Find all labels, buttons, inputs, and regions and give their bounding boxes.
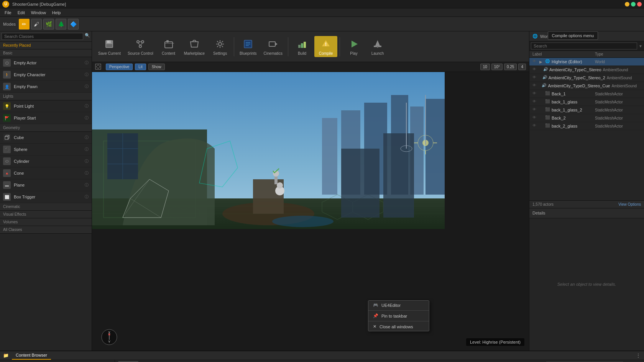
marketplace-button[interactable]: Marketplace (181, 36, 208, 57)
blueprints-button[interactable]: Blueprints (237, 36, 260, 57)
toolbar-separator-2 (288, 37, 288, 56)
lit-button[interactable]: Lit (135, 64, 146, 70)
outliner-item-back1glass[interactable]: 👁 ⬛ back_1_glass StaticMeshActor (529, 98, 644, 106)
outliner-item-ambientcity-c[interactable]: 👁 🔊 AmbientCity_TypeC_Stereo AmbientSoun… (529, 66, 644, 74)
toolbar-separator-3 (340, 37, 340, 56)
show-button[interactable]: Show (148, 64, 165, 70)
place-item-cone[interactable]: 🔺 Cone ⓘ (0, 167, 92, 179)
category-volumes[interactable]: Volumes (0, 218, 92, 226)
content-button[interactable]: Content (157, 36, 180, 57)
menu-window[interactable]: Window (28, 10, 49, 16)
menu-help[interactable]: Help (49, 10, 64, 16)
visibility-icon[interactable]: 👁 (532, 83, 536, 88)
info-button[interactable]: ⓘ (85, 60, 89, 66)
visibility-icon[interactable]: 👁 (532, 59, 538, 64)
place-item-empty-actor[interactable]: ⬡ Empty Actor ⓘ (0, 57, 92, 69)
outliner-search-input[interactable] (531, 43, 637, 49)
mesh-icon: ⬛ (545, 123, 550, 129)
compile-icon: ! (319, 38, 332, 51)
item-type: StaticMeshActor (595, 100, 641, 104)
search-classes-input[interactable] (2, 33, 83, 40)
category-all-classes[interactable]: All Classes (0, 226, 92, 234)
category-visual-effects[interactable]: Visual Effects (0, 211, 92, 218)
save-current-button[interactable]: Save Current (95, 36, 124, 57)
view-options-button[interactable]: View Options (618, 202, 641, 206)
menu-edit[interactable]: Edit (15, 10, 28, 16)
outliner-item-highrise[interactable]: 👁 ▶ 🌐 Highrise (Editor) World (529, 58, 644, 66)
menu-file[interactable]: File (2, 10, 15, 16)
svg-line-12 (138, 43, 140, 45)
play-button[interactable]: Play (342, 36, 365, 57)
mode-paint[interactable]: 🖌 (31, 19, 42, 29)
svg-rect-41 (426, 99, 445, 195)
outliner-item-ambientcity-c2[interactable]: 👁 🔊 AmbientCity_TypeC_Stereo_2 AmbientSo… (529, 74, 644, 82)
cinematics-button[interactable]: Cinematics (261, 36, 286, 57)
visibility-icon[interactable]: 👁 (532, 91, 538, 97)
category-recently-placed[interactable]: Recently Placed (0, 42, 92, 49)
info-button[interactable]: ⓘ (85, 194, 89, 200)
visibility-icon[interactable]: 👁 (532, 107, 538, 113)
visibility-icon[interactable]: 👁 (532, 67, 537, 72)
context-pin-taskbar[interactable]: 📌 Pin to taskbar (368, 311, 429, 320)
place-item-empty-character[interactable]: 🚶 Empty Character ⓘ (0, 69, 92, 81)
svg-rect-26 (304, 42, 306, 48)
info-button[interactable]: ⓘ (85, 170, 89, 176)
settings-button[interactable]: Settings (209, 36, 232, 57)
svg-rect-14 (165, 42, 172, 48)
svg-point-16 (219, 43, 222, 46)
mode-foliage[interactable]: 🌲 (56, 19, 66, 29)
context-menu-container: 🎮 UE4Editor 📌 Pin to taskbar ✕ Close all… (291, 300, 353, 331)
category-geometry[interactable]: Geometry (0, 124, 92, 132)
context-ue4editor[interactable]: 🎮 UE4Editor (368, 301, 429, 310)
close-button[interactable] (637, 2, 642, 7)
mode-landscape[interactable]: 🌿 (43, 19, 54, 29)
place-item-sphere[interactable]: ⚫ Sphere ⓘ (0, 144, 92, 156)
place-item-name: Empty Actor (14, 61, 82, 65)
category-cinematic[interactable]: Cinematic (0, 203, 92, 211)
info-button[interactable]: ⓘ (85, 103, 89, 109)
minimize-button[interactable] (625, 2, 629, 7)
category-basic[interactable]: Basic (0, 49, 92, 57)
info-button[interactable]: ⓘ (85, 135, 89, 140)
place-item-box-trigger[interactable]: ⬜ Box Trigger ⓘ (0, 191, 92, 203)
context-close-all[interactable]: ✕ Close all windows (368, 322, 429, 331)
plane-icon: ▬ (3, 181, 11, 189)
mode-geometry[interactable]: 🔷 (68, 19, 79, 29)
info-button[interactable]: ⓘ (85, 159, 89, 164)
visibility-icon[interactable]: 👁 (532, 123, 538, 129)
launch-button[interactable]: Launch (366, 36, 389, 57)
place-item-cube[interactable]: Cube ⓘ (0, 132, 92, 144)
visibility-icon[interactable]: 👁 (532, 99, 538, 105)
vp-num-2[interactable]: 10° (491, 64, 503, 70)
outliner-item-back2glass[interactable]: 👁 ⬛ back_2_glass StaticMeshActor (529, 122, 644, 130)
visibility-icon[interactable]: 👁 (532, 115, 538, 121)
source-control-button[interactable]: Source Control (125, 36, 156, 57)
info-button[interactable]: ⓘ (85, 115, 89, 121)
item-name: Back_1 (552, 92, 593, 96)
place-item-cylinder[interactable]: ⬭ Cylinder ⓘ (0, 156, 92, 167)
vp-num-1[interactable]: 10 (480, 64, 490, 70)
mode-place[interactable]: ✏ (19, 19, 30, 29)
place-item-empty-pawn[interactable]: 👤 Empty Pawn ⓘ (0, 81, 92, 93)
info-button[interactable]: ⓘ (85, 147, 89, 152)
info-button[interactable]: ⓘ (85, 182, 89, 188)
vp-num-3[interactable]: 0.25 (504, 64, 517, 70)
place-item-point-light[interactable]: 💡 Point Light ⓘ (0, 100, 92, 112)
maximize-button[interactable] (631, 2, 636, 7)
cb-settings-icon[interactable]: ⋮ (636, 352, 641, 359)
build-button[interactable]: Build (291, 36, 314, 57)
outliner-item-back2[interactable]: 👁 ⬛ Back_2 StaticMeshActor (529, 114, 644, 122)
place-item-plane[interactable]: ▬ Plane ⓘ (0, 179, 92, 191)
compile-button[interactable]: ! Compile (314, 36, 337, 57)
content-browser-tab[interactable]: Content Browser (12, 351, 51, 360)
outliner-item-ambientcity-d[interactable]: 👁 🔊 AmbientCity_TypeD_Stereo_Cue Ambient… (529, 82, 644, 90)
outliner-item-back1glass2[interactable]: 👁 ⬛ back_1_glass_2 StaticMeshActor (529, 106, 644, 114)
visibility-icon[interactable]: 👁 (532, 75, 536, 80)
info-button[interactable]: ⓘ (85, 84, 89, 89)
category-lights[interactable]: Lights (0, 93, 92, 100)
info-button[interactable]: ⓘ (85, 72, 89, 77)
perspective-button[interactable]: Perspective (106, 64, 133, 70)
place-item-player-start[interactable]: 🚩 Player Start ⓘ (0, 112, 92, 124)
outliner-item-back1[interactable]: 👁 ⬛ Back_1 StaticMeshActor (529, 90, 644, 98)
vp-num-4[interactable]: 4 (518, 64, 526, 70)
